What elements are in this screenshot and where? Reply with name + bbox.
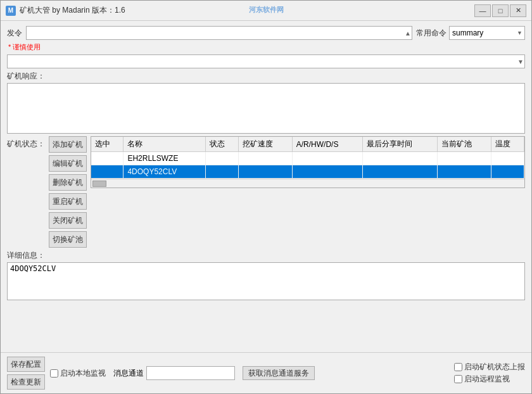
header-row: 选中 名称 状态 挖矿速度 A/R/HW/D/S 最后分享时间 当前矿池 温度	[91, 137, 524, 152]
right-checkboxes: 启动矿机状态上报 启动远程监视	[454, 362, 525, 384]
miner-table: 选中 名称 状态 挖矿速度 A/R/HW/D/S 最后分享时间 当前矿池 温度	[91, 137, 524, 179]
common-cmd-select[interactable]: summary devs pools stats	[449, 26, 525, 40]
msg-channel-input[interactable]	[146, 366, 235, 380]
miner-response-textarea[interactable]	[7, 83, 525, 134]
bottom-bar: 保存配置 检查更新 启动本地监视 消息通道 获取消息通道服务 启动矿机状态上报 …	[1, 352, 531, 393]
cell-arwhds	[292, 165, 362, 179]
command-label: 发令	[7, 28, 22, 39]
cell-speed	[238, 165, 292, 179]
common-cmd-wrap: 常用命令 summary devs pools stats	[416, 26, 525, 40]
detail-section: 详细信息： 4DOQY52CLV	[7, 250, 525, 300]
msg-channel-label: 消息通道	[113, 368, 144, 379]
remote-monitor-text: 启动远程监视	[464, 374, 510, 384]
cell-temp	[491, 152, 524, 165]
close-button[interactable]: ✕	[510, 4, 526, 17]
miner-table-body: EH2RLLSWZE 4DOQY52CLV	[91, 152, 524, 179]
save-update-buttons: 保存配置 检查更新	[7, 357, 45, 390]
titlebar: M 矿机大管 by Madarin 版本：1.6 河东软件网 — □ ✕	[1, 1, 531, 21]
minimize-button[interactable]: —	[474, 4, 491, 17]
col-pool: 当前矿池	[438, 137, 491, 152]
watermark: 河东软件网	[249, 5, 284, 15]
get-channel-button[interactable]: 获取消息通道服务	[243, 366, 315, 380]
common-cmd-select-wrap: summary devs pools stats	[449, 26, 525, 40]
check-update-button[interactable]: 检查更新	[7, 374, 45, 390]
cell-arhwds	[292, 152, 362, 165]
titlebar-controls: — □ ✕	[474, 4, 526, 17]
titlebar-left: M 矿机大管 by Madarin 版本：1.6 河东软件网	[6, 5, 125, 16]
cell-name: 4DOQY52CLV	[124, 165, 206, 179]
miner-status-report-text: 启动矿机状态上报	[464, 362, 525, 372]
horizontal-scrollbar[interactable]	[91, 179, 524, 187]
bottom-options: 启动本地监视 消息通道 获取消息通道服务	[50, 366, 449, 380]
cell-temp	[491, 165, 524, 179]
stop-miner-button[interactable]: 关闭矿机	[49, 212, 87, 229]
col-name: 名称	[124, 137, 206, 152]
cell-status	[206, 152, 239, 165]
cell-selected	[91, 165, 124, 179]
col-arhwds: A/R/HW/D/S	[292, 137, 362, 152]
common-cmd-label: 常用命令	[416, 28, 446, 39]
cell-last-share	[362, 152, 438, 165]
miner-table-container: 选中 名称 状态 挖矿速度 A/R/HW/D/S 最后分享时间 当前矿池 温度	[91, 136, 525, 188]
second-input[interactable]	[7, 54, 525, 68]
second-input-arrow: ▼	[517, 58, 524, 65]
save-config-button[interactable]: 保存配置	[7, 357, 45, 372]
add-miner-button[interactable]: 添加矿机	[49, 136, 87, 153]
remote-monitor-label[interactable]: 启动远程监视	[454, 374, 525, 384]
app-window: M 矿机大管 by Madarin 版本：1.6 河东软件网 — □ ✕ 发令 …	[0, 0, 532, 394]
col-selected: 选中	[91, 137, 124, 152]
cell-speed	[238, 152, 292, 165]
edit-miner-button[interactable]: 编辑矿机	[49, 155, 87, 172]
remote-monitor-checkbox[interactable]	[454, 375, 462, 383]
table-row[interactable]: EH2RLLSWZE	[91, 152, 524, 165]
miner-status-label: 矿机状态：	[7, 136, 45, 149]
local-monitor-label: 启动本地监视	[60, 368, 106, 379]
cell-pool	[438, 152, 491, 165]
cell-name: EH2RLLSWZE	[124, 152, 206, 165]
cell-selected	[91, 152, 124, 165]
col-speed: 挖矿速度	[238, 137, 292, 152]
warning-text: * 谨慎使用	[7, 42, 525, 52]
msg-channel-wrap: 消息通道	[113, 366, 235, 380]
delete-miner-button[interactable]: 删除矿机	[49, 174, 87, 191]
switch-pool-button[interactable]: 切换矿池	[49, 231, 87, 248]
local-monitor-checkbox[interactable]	[50, 369, 58, 378]
miner-action-buttons: 添加矿机 编辑矿机 删除矿机 重启矿机 关闭矿机 切换矿池	[49, 136, 87, 248]
miner-table-scroll[interactable]: 选中 名称 状态 挖矿速度 A/R/HW/D/S 最后分享时间 当前矿池 温度	[91, 137, 524, 179]
miner-status-report-label[interactable]: 启动矿机状态上报	[454, 362, 525, 372]
main-content: 发令 ▲ 常用命令 summary devs pools stats * 谨慎使…	[1, 21, 531, 352]
miner-response-section: 矿机响应：	[7, 71, 525, 134]
second-input-wrap: ▼	[7, 54, 525, 68]
col-status: 状态	[206, 137, 239, 152]
app-title: 矿机大管 by Madarin 版本：1.6	[20, 5, 125, 16]
miner-status-report-checkbox[interactable]	[454, 363, 462, 371]
scrollbar-thumb[interactable]	[92, 181, 106, 187]
cell-last-share	[362, 165, 438, 179]
miner-response-label: 矿机响应：	[7, 71, 525, 82]
table-row[interactable]: 4DOQY52CLV	[91, 165, 524, 179]
col-temp: 温度	[491, 137, 524, 152]
restart-miner-button[interactable]: 重启矿机	[49, 193, 87, 210]
command-input-arrow: ▲	[405, 30, 411, 37]
cell-pool	[438, 165, 491, 179]
app-icon: M	[6, 6, 16, 16]
miner-status-section: 矿机状态： 添加矿机 编辑矿机 删除矿机 重启矿机 关闭矿机 切换矿池 选中	[7, 136, 525, 248]
col-last-share: 最后分享时间	[362, 137, 438, 152]
command-input[interactable]	[26, 26, 412, 40]
miner-table-header: 选中 名称 状态 挖矿速度 A/R/HW/D/S 最后分享时间 当前矿池 温度	[91, 137, 524, 152]
detail-label: 详细信息：	[7, 250, 525, 261]
restore-button[interactable]: □	[492, 4, 509, 17]
command-input-wrap: ▲	[26, 26, 412, 40]
detail-textarea[interactable]: 4DOQY52CLV	[7, 262, 525, 300]
cell-status	[206, 165, 239, 179]
command-row: 发令 ▲ 常用命令 summary devs pools stats	[7, 26, 525, 40]
local-monitor-checkbox-label[interactable]: 启动本地监视	[50, 368, 106, 379]
